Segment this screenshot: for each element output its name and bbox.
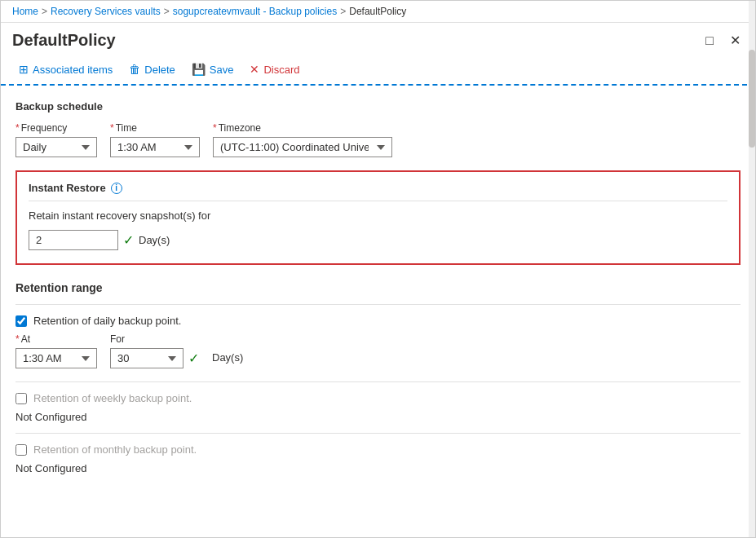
save-icon: 💾 bbox=[192, 63, 206, 76]
breadcrumb-current: DefaultPolicy bbox=[349, 6, 406, 17]
monthly-checkbox-row: Retention of monthly backup point. bbox=[15, 443, 741, 456]
for-input-row: 30 60 90 ✓ bbox=[110, 348, 199, 368]
info-icon[interactable]: i bbox=[111, 183, 122, 194]
time-group: * Time 1:30 AM 2:00 AM 3:00 AM bbox=[110, 122, 200, 157]
retention-range-title: Retention range bbox=[15, 281, 741, 294]
grid-icon: ⊞ bbox=[19, 63, 29, 76]
delete-icon: 🗑 bbox=[129, 63, 140, 76]
for-days-label: Day(s) bbox=[212, 351, 243, 364]
daily-checkbox-row: Retention of daily backup point. bbox=[15, 315, 741, 327]
timezone-group: * Timezone (UTC-11:00) Coordinated Unive… bbox=[213, 122, 392, 157]
for-label: For bbox=[110, 333, 199, 345]
delete-button[interactable]: 🗑 Delete bbox=[122, 60, 182, 79]
daily-checkbox[interactable] bbox=[15, 315, 27, 327]
weekly-not-configured: Not Configured bbox=[15, 411, 741, 423]
days-input-row: ✓ Day(s) bbox=[29, 230, 727, 250]
toolbar: ⊞ Associated items 🗑 Delete 💾 Save ✕ Dis… bbox=[1, 55, 755, 86]
frequency-group: * Frequency Daily Weekly bbox=[15, 122, 97, 157]
weekly-checkbox-row: Retention of weekly backup point. bbox=[15, 392, 741, 404]
timezone-label: * Timezone bbox=[213, 122, 392, 134]
at-select[interactable]: 1:30 AM 2:00 AM bbox=[15, 348, 97, 368]
title-bar-icons: □ ✕ bbox=[702, 31, 744, 50]
page-title: DefaultPolicy bbox=[12, 31, 116, 50]
breadcrumb-vaults[interactable]: Recovery Services vaults bbox=[51, 6, 161, 17]
breadcrumb-backup-policies[interactable]: sogupcreatevmvault - Backup policies bbox=[173, 6, 337, 17]
associated-items-button[interactable]: ⊞ Associated items bbox=[12, 60, 119, 79]
weekly-checkbox-label: Retention of weekly backup point. bbox=[33, 392, 192, 404]
weekly-checkbox[interactable] bbox=[15, 393, 27, 404]
at-group: * At 1:30 AM 2:00 AM bbox=[15, 333, 97, 368]
time-label: * Time bbox=[110, 122, 200, 134]
title-bar: DefaultPolicy □ ✕ bbox=[1, 23, 755, 55]
breadcrumb-home[interactable]: Home bbox=[12, 6, 38, 17]
time-required-star: * bbox=[110, 122, 114, 134]
instant-restore-title: Instant Restore bbox=[29, 182, 106, 194]
for-select[interactable]: 30 60 90 bbox=[110, 348, 183, 368]
instant-restore-section: Instant Restore i Retain instant recover… bbox=[15, 170, 741, 265]
discard-button[interactable]: ✕ Discard bbox=[243, 60, 306, 79]
timezone-required-star: * bbox=[213, 122, 217, 134]
divider-2 bbox=[15, 381, 741, 382]
backup-schedule-label: Backup schedule bbox=[15, 100, 741, 112]
discard-icon: ✕ bbox=[250, 63, 259, 76]
daily-retention-fields: * At 1:30 AM 2:00 AM For 30 bbox=[15, 333, 741, 368]
frequency-select[interactable]: Daily Weekly bbox=[15, 137, 97, 157]
check-icon: ✓ bbox=[123, 232, 134, 248]
divider-1 bbox=[15, 304, 741, 305]
for-check-icon: ✓ bbox=[188, 351, 199, 366]
daily-checkbox-label: Retention of daily backup point. bbox=[33, 315, 181, 327]
monthly-checkbox[interactable] bbox=[15, 444, 27, 456]
backup-schedule-fields: * Frequency Daily Weekly * Time 1:30 AM … bbox=[15, 122, 741, 157]
content-area: Backup schedule * Frequency Daily Weekly… bbox=[1, 86, 755, 502]
scrollbar-thumb[interactable] bbox=[749, 50, 755, 148]
frequency-label: * Frequency bbox=[15, 122, 97, 134]
timezone-select[interactable]: (UTC-11:00) Coordinated Universal ... (U… bbox=[213, 137, 392, 157]
retention-range-section: Retention range Retention of daily backu… bbox=[15, 281, 741, 474]
time-select[interactable]: 1:30 AM 2:00 AM 3:00 AM bbox=[110, 137, 200, 157]
save-button[interactable]: 💾 Save bbox=[185, 60, 241, 79]
for-days-label-group: Day(s) bbox=[212, 351, 243, 368]
divider-3 bbox=[15, 433, 741, 434]
close-button[interactable]: ✕ bbox=[727, 31, 744, 50]
breadcrumb: Home > Recovery Services vaults > sogupc… bbox=[1, 1, 755, 23]
monthly-not-configured: Not Configured bbox=[15, 462, 741, 474]
at-label: * At bbox=[15, 333, 97, 345]
at-required-star: * bbox=[15, 333, 20, 345]
days-label: Day(s) bbox=[139, 234, 170, 246]
frequency-required-star: * bbox=[15, 122, 20, 134]
instant-restore-header: Instant Restore i bbox=[29, 182, 727, 201]
scrollbar-track bbox=[749, 1, 755, 537]
monthly-checkbox-label: Retention of monthly backup point. bbox=[33, 443, 197, 456]
maximize-button[interactable]: □ bbox=[702, 32, 717, 50]
for-group: For 30 60 90 ✓ bbox=[110, 333, 199, 368]
days-input[interactable] bbox=[29, 230, 118, 250]
restore-description: Retain instant recovery snapshot(s) for bbox=[29, 209, 727, 222]
main-window: Home > Recovery Services vaults > sogupc… bbox=[0, 0, 756, 538]
